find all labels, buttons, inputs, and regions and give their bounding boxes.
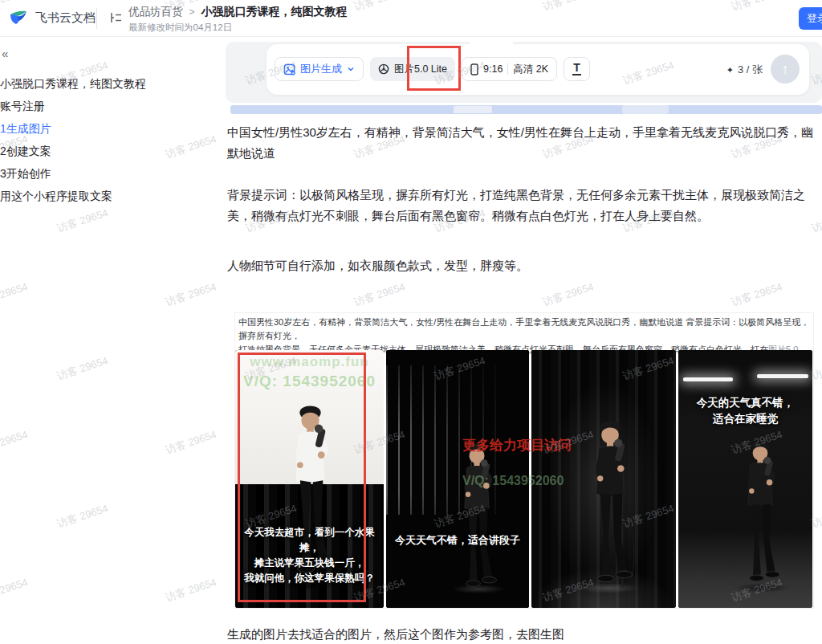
- generated-image-4[interactable]: 今天的天气真不错， 适合在家睡觉: [678, 350, 812, 608]
- feishu-logo[interactable]: 飞书云文档: [8, 7, 96, 28]
- submit-generate-button[interactable]: ↑: [771, 55, 800, 84]
- image-generation-toolbar: 图片生成 图片5.0 Lite 9:16 高清 2K T ✦ 3: [267, 44, 809, 95]
- comedian-figure-4: [728, 432, 792, 594]
- annotation-red-box-ratio: [407, 46, 461, 91]
- sidebar-item-extract-copy[interactable]: 用这个小程序提取文案: [0, 185, 218, 207]
- paragraph-prompt-detail: 人物细节可自行添加，如衣服颜色款式，发型，胖瘦等。: [227, 255, 820, 276]
- chevron-down-icon: [347, 65, 355, 73]
- sparkle-icon: ✦: [726, 65, 734, 75]
- sidebar-item-create-copy[interactable]: 2创建文案: [0, 140, 218, 162]
- breadcrumb: 优品坊百货 > 小强脱口秀课程，纯图文教程: [128, 5, 348, 19]
- paragraph-prompt-background: 背景提示词：以极简风格呈现，摒弃所有灯光，打造纯黑色背景，无任何多余元素干扰主体…: [227, 185, 820, 226]
- comedian-figure-2: [444, 437, 510, 597]
- ratio-quality-selector[interactable]: 9:16 高清 2K: [462, 57, 557, 81]
- arrow-up-icon: ↑: [782, 61, 789, 78]
- product-name: 飞书云文档: [35, 10, 96, 26]
- paragraph-next-step: 生成的图片去找适合的图片，然后这个图作为参考图，去图生图: [227, 624, 820, 644]
- text-tool-button[interactable]: T: [564, 57, 590, 81]
- credits-label: 3 / 张: [738, 63, 763, 77]
- ceiling-light-right: [757, 374, 808, 378]
- phone-portrait-icon: [470, 63, 478, 75]
- comedian-figure-3: [573, 410, 647, 598]
- collapse-sidebar-icon[interactable]: «: [2, 47, 8, 60]
- quality-label: 高清 2K: [513, 63, 548, 76]
- app-header: 飞书云文档 优品坊百货 > 小强脱口秀课程，纯图文教程 最新修改时间为04月12…: [0, 0, 822, 37]
- breadcrumb-current-doc[interactable]: 小强脱口秀课程，纯图文教程: [201, 5, 348, 19]
- image-generate-label: 图片生成: [300, 62, 342, 76]
- embedded-screenshot-bottom-strip: [230, 105, 822, 114]
- sidebar-item-start-create[interactable]: 3开始创作: [0, 162, 218, 185]
- paragraph-prompt-subject: 中国女性/男性30岁左右，有精神，背景简洁大气，女性/男性在舞台上走动，手里拿着…: [227, 122, 820, 164]
- text-tool-icon: T: [572, 63, 581, 75]
- directory-tree-icon[interactable]: [109, 10, 124, 28]
- pill-divider: [507, 63, 508, 75]
- outline-list: 小强脱口秀课程，纯图文教程 账号注册 1生成图片 2创建文案 3开始创作 用这个…: [0, 72, 218, 207]
- last-modified-note: 最新修改时间为04月12日: [128, 22, 232, 34]
- green-partial-watermark: V/Q: 1543952060: [462, 474, 564, 488]
- generated-images-collage[interactable]: 中国男性30岁左右，有精神，背景简洁大气，女性/男性在舞台上走动，手里拿着无线麦…: [234, 312, 814, 609]
- sidebar-item-doc-title[interactable]: 小强脱口秀课程，纯图文教程: [0, 72, 218, 95]
- red-promo-watermark: 更多给力项目访问: [462, 436, 572, 454]
- annotation-red-box-image1: [238, 353, 366, 602]
- login-button[interactable]: 登录: [799, 7, 822, 30]
- image2-joke-caption: 今天天气不错，适合讲段子: [388, 533, 527, 548]
- image-generate-dropdown[interactable]: 图片生成: [275, 57, 364, 81]
- aspect-ratio-label: 9:16: [483, 63, 503, 75]
- breadcrumb-parent[interactable]: 优品坊百货: [128, 5, 183, 19]
- breadcrumb-separator: >: [189, 6, 195, 18]
- sidebar-item-generate-image[interactable]: 1生成图片: [0, 117, 218, 140]
- image4-joke-caption: 今天的天气真不错， 适合在家睡觉: [680, 395, 811, 427]
- outline-sidebar: « 小强脱口秀课程，纯图文教程 账号注册 1生成图片 2创建文案 3开始创作 用…: [0, 37, 218, 644]
- generated-image-1[interactable]: www.maomp.fun V/Q: 1543952060 今天我去超市，看到一…: [235, 350, 384, 608]
- credits-cost: ✦ 3 / 张: [726, 63, 763, 77]
- ceiling-light-left: [683, 377, 733, 381]
- image-generate-icon: [283, 63, 295, 75]
- header-divider: [96, 8, 97, 29]
- feishu-logo-icon: [8, 7, 29, 28]
- model-icon: [378, 63, 389, 75]
- sidebar-item-register[interactable]: 账号注册: [0, 95, 218, 117]
